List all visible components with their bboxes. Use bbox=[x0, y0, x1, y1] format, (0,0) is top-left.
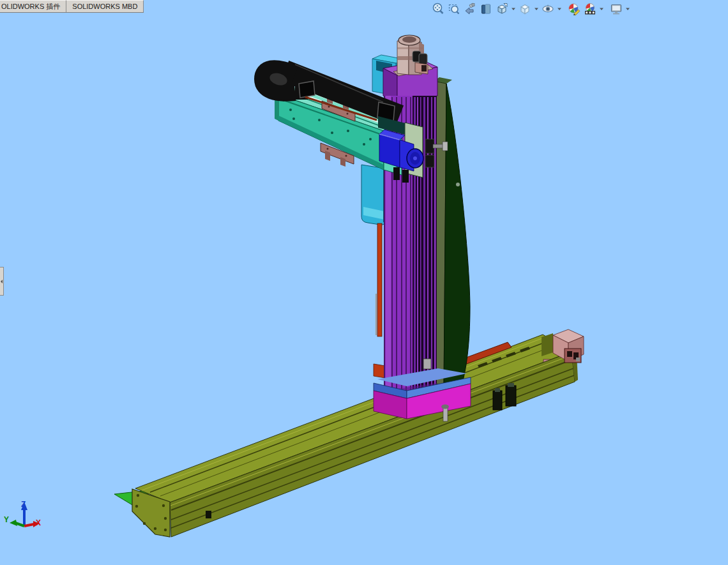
commandmanager-tabbar: OLIDWORKS 插件 SOLIDWORKS MBD bbox=[0, 0, 144, 13]
section-view-icon bbox=[480, 3, 492, 15]
apply-scene-button[interactable] bbox=[582, 2, 597, 16]
hide-show-items-button[interactable] bbox=[540, 2, 555, 16]
view-settings-icon bbox=[610, 3, 623, 15]
featuremanager-flyout-tab[interactable] bbox=[0, 267, 4, 296]
view-orientation-dropdown[interactable] bbox=[510, 2, 516, 16]
orientation-triad[interactable]: Z X Y bbox=[4, 500, 41, 527]
display-style-button[interactable] bbox=[517, 2, 532, 16]
view-settings-dropdown[interactable] bbox=[625, 2, 630, 16]
part-top-motor[interactable] bbox=[393, 35, 433, 76]
dropdown-arrow-icon bbox=[534, 3, 539, 15]
part-orange-strip[interactable] bbox=[374, 223, 385, 378]
graphics-viewport[interactable]: Z X Y OLIDWORKS 插件 SOLIDWORKS MBD bbox=[0, 0, 728, 565]
dropdown-arrow-icon bbox=[599, 3, 604, 15]
previous-view-button[interactable] bbox=[462, 2, 477, 16]
tab-solidworks-mbd[interactable]: SOLIDWORKS MBD bbox=[66, 0, 144, 12]
zoom-to-area-icon bbox=[448, 3, 460, 15]
zoom-to-area-button[interactable] bbox=[446, 2, 461, 16]
section-view-button[interactable] bbox=[478, 2, 493, 16]
view-settings-button[interactable] bbox=[609, 2, 623, 16]
triad-z-label: Z bbox=[21, 500, 26, 509]
model-scene[interactable]: Z X Y bbox=[0, 0, 728, 565]
part-column-side-panel[interactable] bbox=[431, 77, 470, 386]
triad-x-label: X bbox=[36, 518, 41, 527]
edit-appearance-icon bbox=[568, 3, 580, 15]
dropdown-arrow-icon bbox=[511, 3, 516, 15]
zoom-to-fit-icon bbox=[432, 3, 444, 15]
part-base-rail[interactable] bbox=[132, 335, 578, 537]
apply-scene-dropdown[interactable] bbox=[598, 2, 604, 16]
hide-show-items-dropdown[interactable] bbox=[556, 2, 562, 16]
heads-up-view-toolbar bbox=[430, 1, 630, 17]
tab-solidworks-addins[interactable]: OLIDWORKS 插件 bbox=[0, 0, 66, 12]
dropdown-arrow-icon bbox=[625, 3, 630, 15]
dropdown-arrow-icon bbox=[557, 3, 562, 15]
hide-show-items-icon bbox=[542, 3, 554, 15]
display-style-icon bbox=[519, 3, 531, 15]
view-orientation-button[interactable] bbox=[494, 2, 509, 16]
display-style-dropdown[interactable] bbox=[533, 2, 539, 16]
view-orientation-icon bbox=[496, 3, 508, 15]
triad-y-label: Y bbox=[4, 515, 9, 524]
zoom-to-fit-button[interactable] bbox=[430, 2, 445, 16]
previous-view-icon bbox=[464, 3, 476, 15]
apply-scene-icon bbox=[584, 3, 596, 15]
edit-appearance-button[interactable] bbox=[566, 2, 581, 16]
